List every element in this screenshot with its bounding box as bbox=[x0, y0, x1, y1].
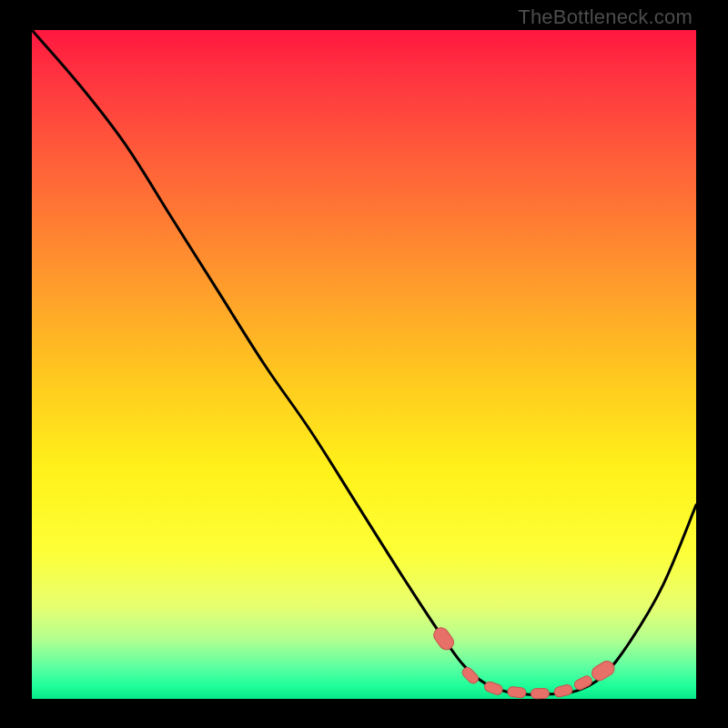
watermark-text: TheBottleneck.com bbox=[518, 5, 693, 29]
chart-frame: TheBottleneck.com bbox=[0, 0, 728, 728]
plot-area bbox=[32, 30, 696, 699]
